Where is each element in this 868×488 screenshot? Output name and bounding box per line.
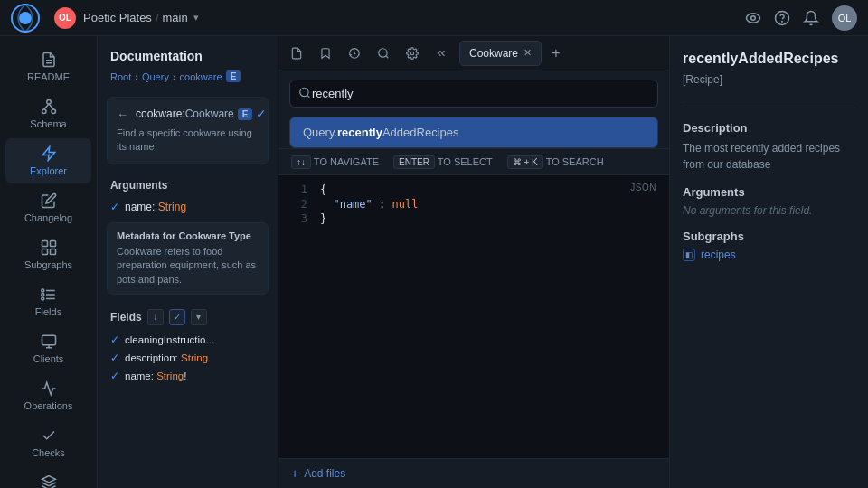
svg-rect-17: [50, 249, 55, 255]
rp-subgraph-item-0[interactable]: ◧ recipes: [683, 249, 855, 261]
hint-search: ⌘ + K TO SEARCH: [507, 156, 604, 167]
sidebar-item-changelog[interactable]: Changelog: [5, 185, 91, 230]
rp-description-title: Description: [683, 121, 855, 135]
arg-check-icon: ✓: [110, 201, 119, 213]
doc-field-card: ← cookware: Cookware E ✓ Find a specific…: [107, 97, 269, 164]
svg-point-5: [782, 21, 783, 22]
collapse-panels-icon[interactable]: [430, 42, 452, 64]
svg-point-3: [751, 15, 756, 20]
autocomplete-item-0[interactable]: Query.recentlyAddedRecipes: [290, 117, 657, 147]
rp-arguments-title: Arguments: [683, 185, 855, 199]
svg-rect-24: [42, 335, 55, 345]
sidebar-item-fields[interactable]: Fields: [5, 279, 91, 324]
svg-point-8: [46, 100, 51, 105]
doc-panel-title: Documentation: [98, 36, 278, 70]
user-avatar[interactable]: OL: [832, 5, 857, 31]
gear-tab-icon[interactable]: [401, 42, 423, 64]
arg-name: name: String: [125, 201, 186, 213]
search-icon: [298, 86, 311, 101]
back-arrow-icon[interactable]: ←: [117, 108, 128, 121]
add-tab-button[interactable]: +: [545, 42, 567, 64]
svg-point-23: [41, 297, 43, 300]
tab-label: Cookware: [469, 47, 518, 60]
sidebar-item-clients[interactable]: Clients: [5, 326, 91, 371]
main-layout: README Schema Explorer Changelog: [0, 36, 868, 488]
sidebar-label-checks: Checks: [32, 447, 65, 458]
svg-point-10: [52, 109, 56, 114]
project-name: Poetic Plates: [83, 11, 152, 24]
sidebar-item-readme[interactable]: README: [5, 44, 91, 89]
branch-name: main: [163, 11, 188, 24]
tabs-bar: Cookware ✕ +: [278, 36, 669, 70]
fields-sort-button[interactable]: ↓: [147, 309, 164, 325]
add-files-button[interactable]: + Add files: [278, 458, 669, 488]
branch-selector[interactable]: Poetic Plates / main ▾: [83, 11, 199, 24]
sidebar-label-clients: Clients: [33, 353, 64, 364]
fields-check-button[interactable]: ✓: [169, 309, 185, 325]
sidebar-item-checks[interactable]: Checks: [5, 420, 91, 465]
sidebar: README Schema Explorer Changelog: [0, 36, 98, 488]
sidebar-item-operations[interactable]: Operations: [5, 373, 91, 418]
check-mark-icon: ✓: [256, 107, 267, 121]
sidebar-label-fields: Fields: [35, 306, 61, 317]
sidebar-label-subgraphs: Subgraphs: [24, 259, 72, 270]
bell-icon[interactable]: [803, 10, 819, 26]
tab-close-icon[interactable]: ✕: [524, 47, 532, 59]
fields-header: Fields ↓ ✓ ▾: [98, 300, 278, 331]
svg-rect-15: [50, 241, 55, 247]
sidebar-label-operations: Operations: [24, 400, 73, 411]
breadcrumb-query[interactable]: Query: [142, 71, 169, 82]
breadcrumb-root[interactable]: Root: [110, 71, 131, 82]
add-files-label: Add files: [304, 467, 345, 480]
search-tab-icon[interactable]: [373, 42, 394, 64]
ac-highlight: recently: [337, 126, 382, 139]
arg-item: ✓ name: String: [98, 197, 278, 217]
sidebar-label-changelog: Changelog: [24, 212, 72, 223]
user-avatar-small[interactable]: OL: [54, 7, 76, 29]
autocomplete-dropdown: Query.recentlyAddedRecipes: [289, 117, 658, 148]
fields-expand-button[interactable]: ▾: [191, 309, 207, 325]
ac-prefix: Query.: [303, 126, 337, 139]
svg-point-30: [410, 52, 414, 55]
svg-point-9: [42, 109, 46, 114]
right-panel: recentlyAddedRecipes [Recipe] Descriptio…: [669, 36, 868, 488]
svg-line-12: [49, 104, 53, 109]
code-line-1: 1 {: [278, 183, 669, 197]
eye-icon[interactable]: [745, 10, 761, 26]
hint-navigate: ↑↓ TO NAVIGATE: [291, 156, 379, 167]
middle-area: Cookware ✕ +: [278, 36, 669, 488]
help-icon[interactable]: [774, 10, 790, 26]
sidebar-item-explorer[interactable]: Explorer: [5, 138, 91, 183]
history-icon[interactable]: [344, 42, 365, 64]
breadcrumb-cookware[interactable]: cookware: [180, 71, 222, 82]
branch-chevron-icon: ▾: [193, 12, 199, 23]
svg-line-29: [386, 55, 389, 58]
bookmark-icon[interactable]: [315, 42, 336, 64]
sidebar-item-launches[interactable]: Launches: [5, 467, 91, 488]
rp-no-args-text: No arguments for this field.: [683, 204, 855, 217]
svg-line-32: [307, 95, 310, 98]
tab-cookware[interactable]: Cookware ✕: [459, 41, 542, 66]
svg-line-11: [43, 104, 48, 109]
ac-suffix: AddedRecipes: [382, 126, 459, 139]
rp-subgraph-icon: ◧: [683, 249, 695, 261]
svg-marker-13: [42, 147, 55, 161]
code-label: JSON: [630, 183, 656, 192]
sidebar-item-schema[interactable]: Schema: [5, 91, 91, 136]
sidebar-label-explorer: Explorer: [30, 165, 67, 176]
svg-point-2: [747, 13, 760, 23]
keyboard-hints: ↑↓ TO NAVIGATE ENTER TO SELECT ⌘ + K TO …: [278, 148, 669, 174]
search-input[interactable]: [289, 80, 658, 108]
field-item-2: ✓ name: String!: [98, 367, 278, 385]
add-files-icon: +: [291, 466, 298, 481]
rp-divider-1: [683, 108, 855, 108]
field-type-name: Cookware: [185, 108, 234, 120]
hint-select: ENTER TO SELECT: [393, 156, 493, 167]
field-type-badge: E: [238, 108, 253, 120]
svg-rect-16: [42, 249, 47, 255]
code-editor[interactable]: JSON 1 { 2 "name" : null 3 }: [278, 174, 669, 458]
metadata-text: Cookware refers to food preparation equi…: [117, 245, 259, 286]
sidebar-item-subgraphs[interactable]: Subgraphs: [5, 232, 91, 277]
doc-panel: Documentation Root › Query › cookware E …: [98, 36, 278, 488]
doc-icon[interactable]: [286, 42, 307, 64]
